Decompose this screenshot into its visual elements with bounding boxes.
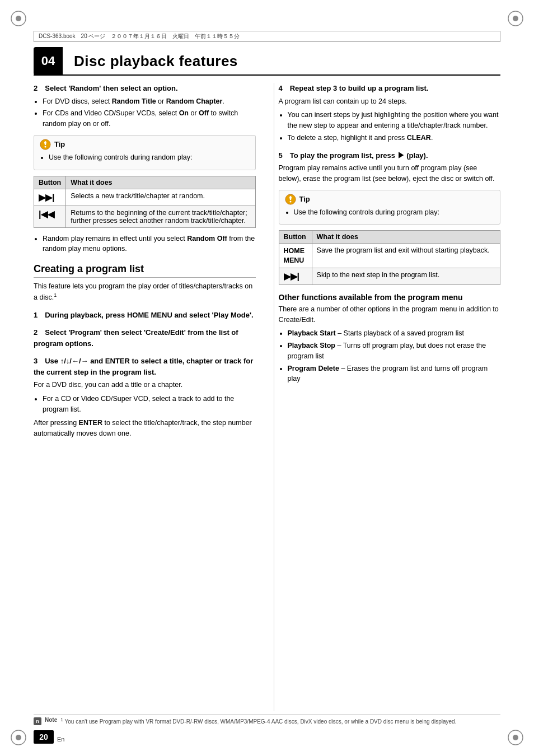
- step2-bullet-2: For CDs and Video CD/Super VCDs, select …: [43, 108, 256, 129]
- page-number: 20: [34, 730, 54, 744]
- step4-heading: 4 Repeat step 3 to build up a program li…: [279, 83, 501, 94]
- step3-cd-bullet: For a CD or Video CD/Super VCD, select a…: [43, 394, 256, 415]
- table1-action-2: Returns to the beginning of the current …: [66, 206, 255, 227]
- corner-decoration-tl: [10, 10, 27, 27]
- note-label: Note: [45, 717, 57, 725]
- step2-bullets: For DVD discs, select Random Title or Ra…: [43, 96, 256, 129]
- meta-bar: DCS-363.book 20 ページ ２００７年１月１６日 火曜日 午前１１時…: [34, 31, 500, 42]
- tip2-label: Tip: [299, 195, 310, 203]
- step3-dvd-note: For a DVD disc, you can add a title or a…: [34, 380, 256, 390]
- table2-header-button: Button: [279, 231, 312, 244]
- svg-point-1: [16, 16, 21, 21]
- meta-text: DCS-363.book 20 ページ ２００７年１月１６日 火曜日 午前１１時…: [39, 32, 240, 40]
- other-bullets: Playback Start – Starts playback of a sa…: [288, 328, 501, 384]
- table-row: |◀◀ Returns to the beginning of the curr…: [34, 206, 256, 227]
- step2-heading: 2 Select 'Random' then select an option.: [34, 83, 256, 94]
- step2-bullet-1: For DVD discs, select Random Title or Ra…: [43, 96, 256, 107]
- svg-point-9: [45, 146, 46, 147]
- step3-bullets: For a CD or Video CD/Super VCD, select a…: [43, 394, 256, 415]
- footnote-marker: 1: [54, 292, 57, 298]
- corner-decoration-br: [507, 729, 524, 746]
- tip1-label: Tip: [54, 140, 65, 148]
- other-section-title: Other functions available from the progr…: [279, 293, 501, 302]
- table1-btn-2: |◀◀: [34, 206, 66, 227]
- svg-point-5: [16, 735, 21, 740]
- svg-point-3: [513, 16, 518, 21]
- step4-bullets: You can insert steps by just highlightin…: [288, 110, 501, 143]
- step5-heading: 5 To play the program list, press ▶ (pla…: [279, 150, 501, 161]
- tip-icon-1: [40, 139, 51, 150]
- page-lang: En: [57, 736, 64, 743]
- right-column: 4 Repeat step 3 to build up a program li…: [274, 83, 501, 711]
- tip-box-2: Tip Use the following controls during pr…: [279, 190, 501, 225]
- random-note: Random play remains in effect until you …: [43, 234, 256, 255]
- table2-action-1: Save the program list and exit without s…: [312, 244, 500, 268]
- svg-point-11: [289, 200, 291, 202]
- step1-heading: 1 During playback, press HOME MENU and s…: [34, 310, 256, 321]
- table2-btn-1: HOME MENU: [279, 244, 312, 268]
- tip1-bullets: Use the following controls during random…: [49, 152, 250, 163]
- step5-text: Program play remains active until you tu…: [279, 163, 501, 184]
- main-content: 2 Select 'Random' then select an option.…: [34, 83, 500, 711]
- step3-heading: 3 Use ↑/↓/←/→ and ENTER to select a titl…: [34, 356, 256, 377]
- note-box: n Note 1 You can't use Program play with…: [34, 714, 500, 725]
- table-row: ▶▶| Skip to the next step in the program…: [279, 268, 500, 284]
- table1-header-action: What it does: [66, 176, 255, 189]
- chapter-title: Disc playback features: [63, 53, 238, 70]
- table-row: ▶▶| Selects a new track/title/chapter at…: [34, 189, 256, 206]
- controls-table-2: Button What it does HOME MENU Save the p…: [279, 230, 501, 285]
- tip-icon-2: [285, 194, 296, 205]
- tip1-header: Tip: [40, 139, 250, 150]
- note-icon: n: [34, 717, 41, 725]
- other-bullet-2: Playback Stop – Turns off program play, …: [288, 340, 501, 362]
- tip2-header: Tip: [285, 194, 495, 205]
- table1-action-1: Selects a new track/title/chapter at ran…: [66, 189, 255, 206]
- page: DCS-363.book 20 ページ ２００７年１月１６日 火曜日 午前１１時…: [0, 0, 534, 756]
- step4-bullet-2: To delete a step, highlight it and press…: [288, 133, 501, 143]
- program-section-title: Creating a program list: [34, 263, 256, 278]
- svg-point-7: [513, 735, 518, 740]
- chapter-header: 04 Disc playback features: [34, 48, 500, 76]
- other-bullet-3: Program Delete – Erases the program list…: [288, 363, 501, 385]
- tip1-bullet: Use the following controls during random…: [49, 152, 250, 163]
- program-intro: This feature lets you program the play o…: [34, 281, 256, 303]
- step3-after: After pressing ENTER to select the title…: [34, 418, 256, 439]
- other-bullet-1: Playback Start – Starts playback of a sa…: [288, 328, 501, 339]
- corner-decoration-tr: [507, 10, 524, 27]
- table1-header-button: Button: [34, 176, 66, 189]
- controls-table-1: Button What it does ▶▶| Selects a new tr…: [34, 176, 256, 228]
- random-note-list: Random play remains in effect until you …: [43, 234, 256, 255]
- table2-action-2: Skip to the next step in the program lis…: [312, 268, 500, 284]
- step2b-heading: 2 Select 'Program' then select 'Create/E…: [34, 327, 256, 349]
- step4-bullet-1: You can insert steps by just highlightin…: [288, 110, 501, 131]
- corner-decoration-bl: [10, 729, 27, 746]
- tip2-bullets: Use the following controls during progra…: [294, 207, 495, 218]
- note-sup: 1: [60, 717, 63, 722]
- note-footnote: 1 You can't use Program play with VR for…: [60, 717, 456, 725]
- table1-btn-1: ▶▶|: [34, 189, 66, 206]
- other-intro: There are a number of other options in t…: [279, 304, 501, 325]
- table2-header-action: What it does: [312, 231, 500, 244]
- step4-intro: A program list can contain up to 24 step…: [279, 96, 501, 107]
- chapter-number: 04: [34, 47, 63, 75]
- tip-box-1: Tip Use the following controls during ra…: [34, 135, 256, 170]
- left-column: 2 Select 'Random' then select an option.…: [34, 83, 260, 711]
- tip2-bullet: Use the following controls during progra…: [294, 207, 495, 218]
- table2-btn-2: ▶▶|: [279, 268, 312, 284]
- table-row: HOME MENU Save the program list and exit…: [279, 244, 500, 268]
